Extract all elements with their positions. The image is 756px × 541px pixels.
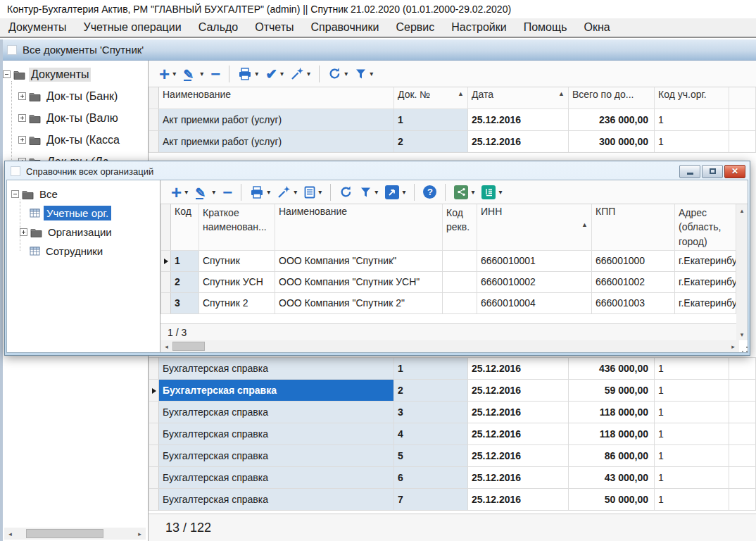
tree-node-bank-docs[interactable]: Док-ты (Банк) bbox=[11, 85, 148, 107]
chevron-down-icon[interactable]: ▾ bbox=[307, 70, 310, 77]
menu-settings[interactable]: Настройки bbox=[443, 19, 515, 36]
menu-service[interactable]: Сервис bbox=[387, 19, 443, 36]
tree-node-documents[interactable]: Документы bbox=[3, 63, 148, 85]
cell-date[interactable]: 25.12.2016 bbox=[468, 423, 569, 445]
cell-shortname[interactable]: Спутник 2 bbox=[199, 292, 275, 313]
cell-name[interactable]: Акт приемки работ (услуг) bbox=[159, 108, 394, 130]
help-button[interactable]: ? bbox=[420, 184, 440, 200]
cell-total[interactable]: 86 000,00 bbox=[569, 445, 655, 467]
confirm-button[interactable]: ✔▾ bbox=[262, 66, 287, 82]
edit-button[interactable]: ✎▾ bbox=[191, 184, 219, 201]
cell-date[interactable]: 25.12.2016 bbox=[468, 402, 569, 423]
cell-date[interactable]: 25.12.2016 bbox=[468, 130, 569, 152]
cell-docnum[interactable]: 5 bbox=[394, 445, 468, 467]
expand-icon[interactable] bbox=[18, 136, 26, 144]
tree-node-accounting-orgs[interactable]: Учетные орг. bbox=[20, 204, 160, 223]
cell-total[interactable]: 59 000,00 bbox=[569, 380, 655, 402]
scrollbar-thumb[interactable] bbox=[26, 529, 103, 538]
tree-label-currency-docs[interactable]: Док-ты (Валю bbox=[44, 111, 120, 125]
cell-date[interactable]: 25.12.2016 bbox=[468, 380, 569, 402]
scroll-right-icon[interactable]: ▸ bbox=[727, 340, 739, 352]
magic-wand-button[interactable]: ▾ bbox=[287, 66, 314, 82]
chevron-down-icon[interactable]: ▾ bbox=[200, 70, 203, 77]
cell-total[interactable]: 436 000,00 bbox=[569, 358, 655, 380]
cell-name[interactable]: ООО Компания "Спутник УСН" bbox=[275, 271, 443, 292]
chevron-down-icon[interactable]: ▾ bbox=[212, 188, 215, 196]
menu-help[interactable]: Помощь bbox=[515, 19, 576, 36]
cell-orgcode[interactable]: 1 bbox=[655, 402, 729, 423]
cell-date[interactable]: 25.12.2016 bbox=[468, 108, 569, 130]
cell-docnum[interactable]: 7 bbox=[394, 489, 468, 511]
cell-address[interactable]: г.Екатеринбург bbox=[675, 250, 736, 271]
col-header-name[interactable]: Наименование bbox=[159, 87, 394, 108]
expand-window-button[interactable]: ▾ bbox=[382, 184, 409, 201]
table-row[interactable]: Бухгалтерская справка 6 25.12.2016 43 00… bbox=[149, 467, 756, 489]
chevron-down-icon[interactable]: ▾ bbox=[255, 70, 258, 77]
delete-button[interactable]: − bbox=[219, 182, 236, 202]
cell-name[interactable]: Бухгалтерская справка bbox=[159, 402, 394, 423]
menu-directories[interactable]: Справочники bbox=[303, 19, 388, 36]
tree-node-cash-docs[interactable]: Док-ты (Касса bbox=[11, 129, 148, 151]
table-row-current[interactable]: 1 Спутник ООО Компания "Спутник" 6660010… bbox=[161, 250, 736, 271]
cell-inn[interactable]: 6660010002 bbox=[477, 271, 592, 292]
menu-windows[interactable]: Окна bbox=[576, 19, 619, 36]
scroll-right-icon[interactable]: ▸ bbox=[134, 528, 146, 540]
minimize-button[interactable] bbox=[679, 165, 700, 178]
scroll-down-icon[interactable]: ▾ bbox=[736, 328, 748, 340]
cell-orgcode[interactable]: 1 bbox=[655, 130, 729, 152]
chevron-down-icon[interactable]: ▾ bbox=[374, 188, 378, 196]
chevron-down-icon[interactable]: ▾ bbox=[294, 188, 297, 196]
cell-shortname[interactable]: Спутник УСН bbox=[199, 271, 275, 292]
restore-button[interactable] bbox=[702, 165, 723, 178]
cell-total[interactable]: 50 000,00 bbox=[569, 489, 655, 511]
col-header-name[interactable]: Наименование bbox=[275, 204, 443, 250]
dialog-horizontal-scrollbar[interactable]: ◂ ▸ bbox=[160, 340, 739, 352]
table-row[interactable]: Акт приемки работ (услуг) 2 25.12.2016 3… bbox=[149, 130, 756, 152]
chevron-down-icon[interactable]: ▾ bbox=[498, 188, 502, 196]
cell-docnum[interactable]: 2 bbox=[394, 380, 468, 402]
menu-documents[interactable]: Документы bbox=[0, 19, 75, 36]
collapse-icon[interactable] bbox=[11, 190, 19, 198]
tree-horizontal-scrollbar[interactable]: ◂ ▸ bbox=[4, 528, 146, 540]
filter-button[interactable]: ▾ bbox=[356, 185, 382, 199]
tree-node-currency-docs[interactable]: Док-ты (Валю bbox=[11, 107, 148, 129]
chevron-down-icon[interactable]: ▾ bbox=[370, 70, 373, 77]
table-row[interactable]: Бухгалтерская справка 7 25.12.2016 50 00… bbox=[149, 489, 756, 511]
dialog-titlebar[interactable]: Справочник всех организаций ✕ bbox=[6, 163, 748, 180]
cell-kodrekv[interactable] bbox=[443, 250, 477, 271]
col-header-kpp[interactable]: КПП bbox=[592, 204, 675, 250]
chevron-down-icon[interactable]: ▾ bbox=[344, 70, 348, 77]
cell-name[interactable]: Бухгалтерская справка bbox=[159, 445, 394, 467]
tree-node-all[interactable]: Все bbox=[7, 185, 160, 204]
cell-total[interactable]: 118 000,00 bbox=[569, 402, 655, 423]
print-button[interactable]: ▾ bbox=[234, 66, 262, 82]
delete-button[interactable]: − bbox=[207, 64, 224, 84]
chevron-down-icon[interactable]: ▾ bbox=[184, 188, 188, 196]
edit-button[interactable]: ✎▾ bbox=[179, 66, 207, 82]
journal-button[interactable]: ▾ bbox=[478, 184, 505, 201]
col-header-address[interactable]: Адрес (область, город) bbox=[675, 204, 736, 250]
cell-total[interactable]: 43 000,00 bbox=[569, 467, 655, 489]
cell-date[interactable]: 25.12.2016 bbox=[468, 445, 569, 467]
menu-accounting-operations[interactable]: Учетные операции bbox=[75, 19, 189, 36]
cell-name[interactable]: Бухгалтерская справка bbox=[159, 380, 394, 402]
cell-kpp[interactable]: 666001002 bbox=[592, 271, 675, 292]
filter-button[interactable]: ▾ bbox=[351, 67, 377, 81]
tree-label-documents[interactable]: Документы bbox=[29, 68, 91, 82]
col-header-code[interactable]: Код bbox=[171, 204, 199, 250]
cell-total[interactable]: 300 000,00 bbox=[569, 130, 655, 152]
cell-orgcode[interactable]: 1 bbox=[655, 108, 729, 130]
tree-node-employees[interactable]: Сотрудники bbox=[20, 242, 160, 261]
tree-label-accounting-orgs[interactable]: Учетные орг. bbox=[44, 206, 111, 220]
chevron-down-icon[interactable]: ▾ bbox=[402, 188, 405, 196]
table-row[interactable]: Бухгалтерская справка 5 25.12.2016 86 00… bbox=[149, 445, 756, 467]
cell-code[interactable]: 1 bbox=[171, 250, 199, 271]
cell-docnum[interactable]: 2 bbox=[394, 130, 468, 152]
cell-name[interactable]: Бухгалтерская справка bbox=[159, 489, 394, 511]
scrollbar-thumb[interactable] bbox=[172, 342, 205, 351]
table-row[interactable]: Бухгалтерская справка 1 25.12.2016 436 0… bbox=[149, 358, 756, 380]
add-button[interactable]: +▾ bbox=[168, 182, 191, 203]
print-button[interactable]: ▾ bbox=[246, 185, 274, 200]
tree-label-employees[interactable]: Сотрудники bbox=[44, 244, 105, 258]
cell-address[interactable]: г.Екатеринбург bbox=[675, 292, 736, 313]
